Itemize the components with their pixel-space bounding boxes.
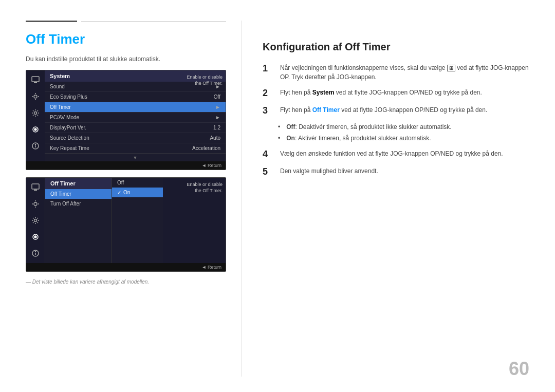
right-column: Konfiguration af Off Timer 1 Når vejledn…	[242, 21, 529, 377]
monitor-ui-2: Off Timer Off Timer Turn Off After Off ✓…	[26, 177, 226, 272]
step-text-3: Flyt hen på Off Timer ved at flytte JOG-…	[280, 105, 487, 115]
svg-point-2	[34, 95, 37, 98]
icon-info-2	[30, 248, 41, 259]
submenu-item-turnoff: Turn Off After	[45, 199, 112, 209]
left-column: Off Timer Du kan indstille produktet til…	[26, 21, 242, 377]
svg-point-22	[34, 236, 36, 238]
bold-system: System	[312, 89, 335, 96]
highlight-offtimer: Off Timer	[312, 106, 340, 114]
step-3: 3 Flyt hen på Off Timer ved at flytte JO…	[263, 105, 529, 117]
step-num-3: 3	[263, 105, 273, 117]
icon-bar-2	[26, 178, 45, 263]
step-text-4: Vælg den ønskede funktion ved at flytte …	[280, 149, 503, 158]
side-note-2: Enable or disable the Off Timer.	[187, 182, 223, 194]
submenu-panel: Off Timer Off Timer Turn Off After	[45, 178, 112, 263]
divider-long	[81, 21, 226, 22]
icon-grid: ⊞	[447, 65, 455, 71]
step-num-5: 5	[263, 166, 273, 178]
svg-point-25	[35, 252, 36, 252]
bullet-list: Off: Deaktivér timeren, så produktet ikk…	[263, 122, 529, 143]
icon-system	[30, 124, 41, 135]
side-note-1: Enable or disable the Off Timer.	[187, 74, 223, 86]
footnote: ― Det viste billede kan variere afhængig…	[26, 279, 226, 285]
page-number: 60	[509, 358, 529, 380]
icon-settings	[30, 107, 41, 119]
icon-bar-1	[26, 70, 45, 161]
menu-item-eco: Eco Saving Plus Off	[45, 92, 226, 102]
steps-list: 1 Når vejledningen til funktionsknappern…	[263, 63, 529, 116]
svg-point-12	[35, 144, 36, 145]
icon-info	[30, 140, 41, 152]
icon-monitor	[30, 74, 41, 86]
option-off: Off	[112, 178, 163, 188]
section-title: Konfiguration af Off Timer	[263, 41, 529, 53]
monitor-ui-1: System Sound ► Eco Saving Plus Off Off T…	[26, 70, 226, 170]
step-text-5: Den valgte mulighed bliver anvendt.	[280, 166, 378, 176]
icon-brightness-2	[30, 198, 41, 210]
option-panel: Off ✓ On	[112, 178, 163, 263]
return-bar-1: ◄ Return	[26, 161, 226, 170]
menu-item-offtimer: Off Timer ►	[45, 102, 226, 113]
svg-rect-0	[32, 77, 39, 82]
svg-point-9	[34, 128, 36, 130]
svg-point-7	[34, 112, 37, 115]
option-on: ✓ On	[112, 188, 163, 197]
step-2: 2 Flyt hen på System ved at flytte JOG-k…	[263, 88, 529, 99]
menu-item-pcav: PC/AV Mode ►	[45, 113, 226, 123]
step-num-4: 4	[263, 149, 273, 160]
submenu-header: Off Timer	[45, 178, 112, 189]
section-divider	[26, 21, 226, 22]
icon-system-2	[30, 231, 41, 242]
bullet-on: On: Aktivér timeren, så produktet slukke…	[278, 134, 529, 143]
icon-monitor-2	[30, 182, 41, 193]
icon-adjust-2	[30, 215, 41, 226]
svg-rect-14	[34, 190, 37, 191]
submenu-item-offtimer: Off Timer	[45, 189, 112, 199]
svg-point-20	[34, 219, 37, 222]
step-4: 4 Vælg den ønskede funktion ved at flytt…	[263, 149, 529, 160]
step-5: 5 Den valgte mulighed bliver anvendt.	[263, 166, 529, 178]
steps-list-2: 4 Vælg den ønskede funktion ved at flytt…	[263, 149, 529, 177]
step-text-2: Flyt hen på System ved at flytte JOG-kna…	[280, 88, 482, 97]
intro-text: Du kan indstille produktet til at slukke…	[26, 55, 226, 63]
menu-item-keyrepeat: Key Repeat Time Acceleration	[45, 143, 226, 154]
step-text-1: Når vejledningen til funktionsknapperne …	[280, 63, 529, 82]
svg-rect-1	[34, 82, 37, 83]
icon-brightness	[30, 91, 41, 102]
step-num-1: 1	[263, 63, 273, 74]
menu-item-sourcedetect: Source Detection Auto	[45, 133, 226, 143]
return-bar-2: ◄ Return	[26, 263, 226, 271]
page-title: Off Timer	[26, 31, 226, 47]
bullet-off: Off: Deaktivér timeren, så produktet ikk…	[278, 122, 529, 132]
step-num-2: 2	[263, 88, 273, 99]
svg-rect-13	[32, 184, 39, 189]
divider-short	[26, 21, 77, 22]
svg-point-15	[34, 202, 37, 206]
step-1: 1 Når vejledningen til funktionsknappern…	[263, 63, 529, 82]
menu-item-displayport: DisplayPort Ver. 1.2	[45, 123, 226, 133]
